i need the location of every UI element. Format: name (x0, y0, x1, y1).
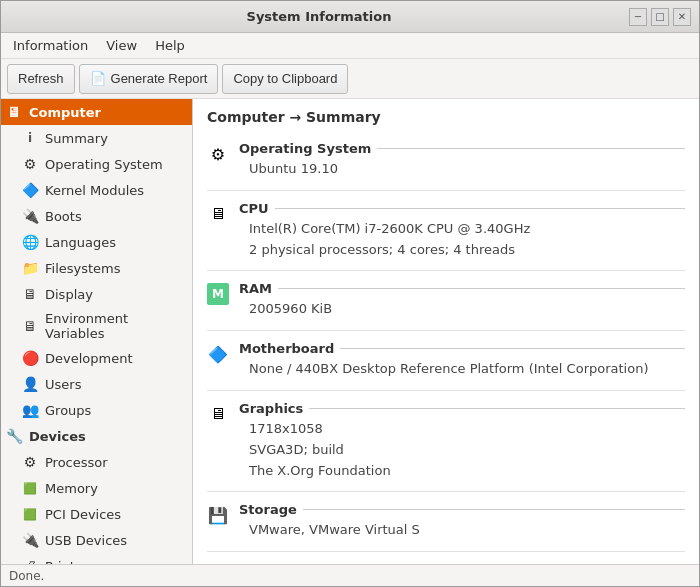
groups-icon: 👥 (21, 401, 39, 419)
report-icon: 📄 (90, 71, 106, 86)
statusbar: Done. (1, 564, 699, 586)
sidebar-item-env-vars[interactable]: 🖥 Environment Variables (1, 307, 192, 345)
sidebar-item-devices[interactable]: 🔧 Devices (1, 423, 192, 449)
os-title: Operating System (239, 141, 685, 156)
processor-icon: ⚙ (21, 453, 39, 471)
mb-value: None / 440BX Desktop Reference Platform … (239, 359, 685, 380)
sidebar-item-os[interactable]: ⚙ Operating System (1, 151, 192, 177)
languages-icon: 🌐 (21, 233, 39, 251)
sidebar-item-pci[interactable]: 🟩 PCI Devices (1, 501, 192, 527)
summary-icon: i (21, 129, 39, 147)
os-icon: ⚙ (21, 155, 39, 173)
users-icon: 👤 (21, 375, 39, 393)
graphics-value: 1718x1058 SVGA3D; build The X.Org Founda… (239, 419, 685, 481)
window-title: System Information (9, 9, 629, 24)
sidebar-item-memory[interactable]: 🟩 Memory (1, 475, 192, 501)
copy-clipboard-button[interactable]: Copy to Clipboard (222, 64, 348, 94)
cpu-title: CPU (239, 201, 685, 216)
sidebar-item-boots[interactable]: 🔌 Boots (1, 203, 192, 229)
sidebar-item-kernel[interactable]: 🔷 Kernel Modules (1, 177, 192, 203)
refresh-button[interactable]: Refresh (7, 64, 75, 94)
cpu-section-icon: 🖥 (207, 203, 229, 225)
graphics-section-icon: 🖥 (207, 403, 229, 425)
devices-icon: 🔧 (5, 427, 23, 445)
mb-title: Motherboard (239, 341, 685, 356)
section-motherboard: 🔷 Motherboard None / 440BX Desktop Refer… (207, 341, 685, 391)
restore-button[interactable]: □ (651, 8, 669, 26)
cpu-value: Intel(R) Core(TM) i7-2600K CPU @ 3.40GHz… (239, 219, 685, 261)
pci-icon: 🟩 (21, 505, 39, 523)
sidebar-item-summary[interactable]: i Summary (1, 125, 192, 151)
section-ram: M RAM 2005960 KiB (207, 281, 685, 331)
content-breadcrumb: Computer → Summary (207, 109, 685, 129)
sidebar-item-users[interactable]: 👤 Users (1, 371, 192, 397)
sidebar-item-printers[interactable]: 🖨 Printers (1, 553, 192, 564)
env-icon: 🖥 (21, 317, 39, 335)
sidebar-item-computer[interactable]: 🖥 Computer (1, 99, 192, 125)
section-cpu: 🖥 CPU Intel(R) Core(TM) i7-2600K CPU @ 3… (207, 201, 685, 272)
storage-title: Storage (239, 502, 685, 517)
storage-value: VMware, VMware Virtual S (239, 520, 685, 541)
sidebar-item-processor[interactable]: ⚙ Processor (1, 449, 192, 475)
minimize-button[interactable]: − (629, 8, 647, 26)
ram-value: 2005960 KiB (239, 299, 685, 320)
printers-icon: 🖨 (21, 557, 39, 564)
main-window: System Information − □ ✕ Information Vie… (0, 0, 700, 587)
memory-icon: 🟩 (21, 479, 39, 497)
sidebar-item-languages[interactable]: 🌐 Languages (1, 229, 192, 255)
kernel-icon: 🔷 (21, 181, 39, 199)
computer-icon: 🖥 (5, 103, 23, 121)
mb-section-icon: 🔷 (207, 343, 229, 365)
window-controls: − □ ✕ (629, 8, 691, 26)
section-os: ⚙ Operating System Ubuntu 19.10 (207, 141, 685, 191)
sidebar-item-usb[interactable]: 🔌 USB Devices (1, 527, 192, 553)
toolbar: Refresh 📄 Generate Report Copy to Clipbo… (1, 59, 699, 99)
menu-view[interactable]: View (98, 36, 145, 55)
storage-section-icon: 💾 (207, 504, 229, 526)
sidebar-item-groups[interactable]: 👥 Groups (1, 397, 192, 423)
section-storage: 💾 Storage VMware, VMware Virtual S (207, 502, 685, 552)
close-button[interactable]: ✕ (673, 8, 691, 26)
os-section-icon: ⚙ (207, 143, 229, 165)
graphics-title: Graphics (239, 401, 685, 416)
ram-title: RAM (239, 281, 685, 296)
display-icon: 🖥 (21, 285, 39, 303)
sidebar: 🖥 Computer i Summary ⚙ Operating System … (1, 99, 193, 564)
menubar: Information View Help (1, 33, 699, 59)
usb-icon: 🔌 (21, 531, 39, 549)
titlebar: System Information − □ ✕ (1, 1, 699, 33)
os-value: Ubuntu 19.10 (239, 159, 685, 180)
section-graphics: 🖥 Graphics 1718x1058 SVGA3D; build The X… (207, 401, 685, 492)
status-text: Done. (9, 569, 44, 583)
sidebar-item-development[interactable]: 🔴 Development (1, 345, 192, 371)
ram-section-icon: M (207, 283, 229, 305)
generate-report-button[interactable]: 📄 Generate Report (79, 64, 219, 94)
boots-icon: 🔌 (21, 207, 39, 225)
content-area: Computer → Summary ⚙ Operating System Ub… (193, 99, 699, 564)
dev-icon: 🔴 (21, 349, 39, 367)
menu-information[interactable]: Information (5, 36, 96, 55)
sidebar-item-display[interactable]: 🖥 Display (1, 281, 192, 307)
sidebar-item-filesystems[interactable]: 📁 Filesystems (1, 255, 192, 281)
filesystems-icon: 📁 (21, 259, 39, 277)
menu-help[interactable]: Help (147, 36, 193, 55)
main-content: 🖥 Computer i Summary ⚙ Operating System … (1, 99, 699, 564)
